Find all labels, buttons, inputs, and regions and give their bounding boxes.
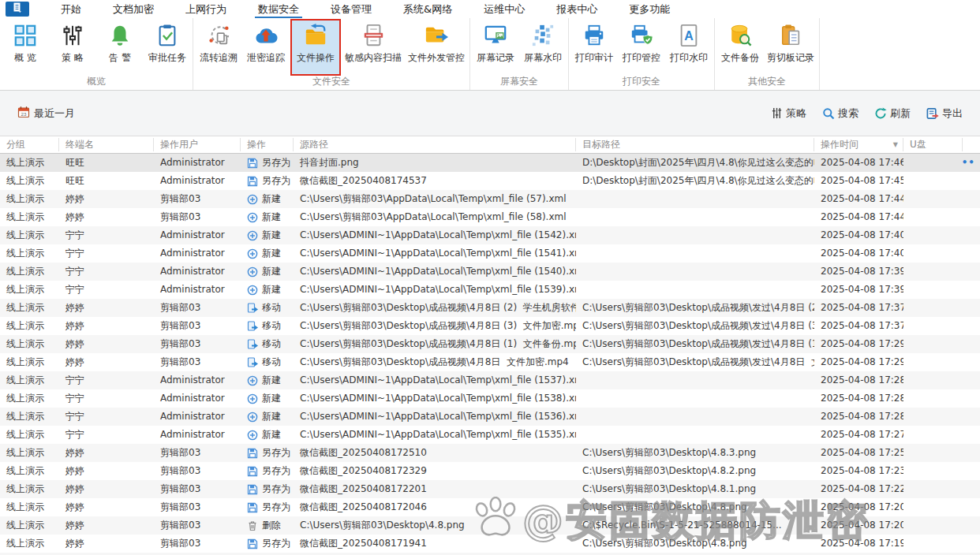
column-header-operation[interactable]: 操作 — [241, 138, 294, 151]
cell-user: Administrator — [154, 371, 241, 389]
cell-terminal: 婷婷 — [59, 208, 154, 226]
ribbon-button-label: 文件外发管控 — [408, 51, 465, 65]
cell-extra: ••• — [963, 154, 980, 172]
cell-time: 2025-04-08 17:45:41 — [814, 172, 903, 190]
table-row[interactable]: 线上演示婷婷剪辑部03另存为微信截图_20250408172329C:\User… — [0, 462, 980, 480]
table-row[interactable]: 线上演示宁宁Administrator新建C:\Users\ADMINI~1\A… — [0, 408, 980, 426]
cell-operation: 另存为 — [241, 154, 294, 172]
table-row[interactable]: 线上演示宁宁Administrator新建C:\Users\ADMINI~1\A… — [0, 389, 980, 408]
cell-target-path — [576, 208, 814, 226]
cell-extra — [963, 408, 980, 426]
file-backup-button[interactable]: 文件备份 — [716, 20, 764, 74]
table-row[interactable]: 线上演示婷婷剪辑部03另存为微信截图_20250408171941C:\User… — [0, 535, 980, 553]
cell-extra — [963, 244, 980, 263]
tab-device-mgmt[interactable]: 设备管理 — [315, 0, 387, 18]
column-header-source[interactable]: 源路径 — [294, 138, 576, 151]
flow-trace-icon — [206, 23, 231, 48]
table-row[interactable]: 线上演示婷婷剪辑部03另存为微信截图_20250408172046C:\User… — [0, 498, 980, 516]
screen-watermark-button[interactable]: 屏幕水印 — [519, 20, 567, 74]
sensitive-scan-button[interactable]: 敏感内容扫描 — [342, 20, 405, 74]
cell-target-path: D:\Desktop\封面\2025年\四月\4.8\你见过这么变态的电脑监..… — [576, 172, 814, 190]
table-row[interactable]: 线上演示婷婷剪辑部03移动C:\Users\剪辑部03\Desktop\成品视频… — [0, 317, 980, 335]
table-row[interactable]: 线上演示婷婷剪辑部03移动C:\Users\剪辑部03\Desktop\成品视频… — [0, 353, 980, 371]
cell-usb — [903, 462, 963, 480]
table-row[interactable]: 线上演示宁宁Administrator新建C:\Users\ADMINI~1\A… — [0, 426, 980, 444]
cell-time: 2025-04-08 17:39:03 — [814, 263, 903, 281]
cell-operation: 新建 — [241, 190, 294, 208]
ribbon-group-4: 文件备份剪切板记录其他安全 — [715, 18, 820, 90]
column-header-user[interactable]: 操作用户 — [154, 138, 241, 151]
approval-icon — [155, 23, 180, 48]
table-row[interactable]: 线上演示宁宁Administrator新建C:\Users\ADMINI~1\A… — [0, 263, 980, 281]
print-control-button[interactable]: 打印管控 — [618, 20, 665, 74]
operation-label: 新建 — [262, 229, 281, 242]
export-button[interactable]: 导出 — [926, 106, 963, 121]
leak-trace-button[interactable]: 泄密追踪 — [242, 20, 290, 74]
chevron-down-icon[interactable]: ▼ — [893, 138, 903, 151]
cell-target-path — [576, 408, 814, 426]
table-row[interactable]: 线上演示宁宁Administrator新建C:\Users\ADMINI~1\A… — [0, 281, 980, 299]
table-row[interactable]: 线上演示旺旺Administrator另存为微信截图_2025040817453… — [0, 172, 980, 190]
column-header-extra[interactable] — [963, 138, 980, 151]
cell-extra — [963, 535, 980, 553]
policy-button[interactable]: 策略 — [771, 106, 806, 121]
tab-data-security[interactable]: 数据安全 — [242, 0, 315, 18]
tab-report-center[interactable]: 报表中心 — [540, 0, 613, 18]
cell-target-path: D:\Desktop\封面\2025年\四月\4.8\你见过这么变态的电脑监..… — [576, 154, 814, 172]
cell-terminal: 宁宁 — [59, 389, 154, 408]
table-row[interactable]: 线上演示婷婷剪辑部03移动C:\Users\剪辑部03\Desktop\成品视频… — [0, 335, 980, 353]
operation-label: 另存为 — [262, 156, 290, 169]
cell-operation: 移动 — [241, 317, 294, 335]
cell-operation: 另存为 — [241, 444, 294, 462]
table-row[interactable]: 线上演示婷婷剪辑部03新建C:\Users\剪辑部03\AppData\Loca… — [0, 190, 980, 208]
column-header-terminal[interactable]: 终端名 — [59, 138, 154, 151]
app-menu-button[interactable] — [6, 2, 29, 17]
screen-record-button[interactable]: 屏幕记录 — [472, 20, 519, 74]
operation-label: 移动 — [262, 301, 281, 315]
cell-extra — [963, 426, 980, 444]
tab-more-features[interactable]: 更多功能 — [613, 0, 686, 18]
cell-group: 线上演示 — [0, 498, 59, 516]
column-header-time[interactable]: 操作时间▼ — [814, 138, 903, 151]
row-more-actions-icon[interactable]: ••• — [963, 154, 975, 172]
cell-usb — [903, 516, 963, 535]
cell-terminal: 宁宁 — [59, 408, 154, 426]
search-button[interactable]: 搜索 — [822, 106, 858, 121]
cell-user: 剪辑部03 — [154, 516, 241, 535]
print-watermark-button[interactable]: A打印水印 — [665, 20, 713, 74]
tab-web-behavior[interactable]: 上网行为 — [170, 0, 242, 18]
cell-source-path: C:\Users\剪辑部03\Desktop\成品视频\4月8日 文件加密.mp… — [294, 353, 576, 371]
approval-tasks-button[interactable]: 审批任务 — [144, 20, 191, 74]
date-range-filter[interactable]: 23 最近一月 — [17, 106, 75, 121]
table-row[interactable]: 线上演示婷婷剪辑部03删除C:\Users\剪辑部03\Desktop\4.8.… — [0, 516, 980, 535]
table-row[interactable]: 线上演示宁宁Administrator新建C:\Users\ADMINI~1\A… — [0, 226, 980, 244]
print-audit-button[interactable]: 打印审计 — [570, 20, 618, 74]
alert-button[interactable]: 告 警 — [96, 20, 144, 74]
column-header-group[interactable]: 分组 — [0, 138, 59, 151]
table-row[interactable]: 线上演示婷婷剪辑部03另存为微信截图_20250408172201C:\User… — [0, 480, 980, 498]
tab-doc-encrypt[interactable]: 文档加密 — [97, 0, 170, 18]
clipboard-record-button[interactable]: 剪切板记录 — [764, 20, 817, 74]
file-outgoing-control-button[interactable]: 文件外发管控 — [405, 20, 468, 74]
table-row[interactable]: 线上演示婷婷剪辑部03另存为微信截图_20250408172510C:\User… — [0, 444, 980, 462]
column-header-label: 源路径 — [300, 138, 328, 151]
overview-button[interactable]: 概 览 — [2, 20, 49, 74]
tab-ops-center[interactable]: 运维中心 — [468, 0, 540, 18]
column-header-target[interactable]: 目标路径 — [576, 138, 814, 151]
cell-source-path: C:\Users\剪辑部03\Desktop\成品视频\4月8日 (3) 文件加… — [294, 317, 576, 335]
refresh-button[interactable]: 刷新 — [874, 106, 911, 121]
column-header-usb[interactable]: U盘 — [903, 138, 963, 151]
flow-trace-button[interactable]: 流转追溯 — [195, 20, 242, 74]
table-row[interactable]: 线上演示旺旺Administrator另存为抖音封面.pngD:\Desktop… — [0, 154, 980, 172]
cell-terminal: 宁宁 — [59, 244, 154, 263]
table-row[interactable]: 线上演示宁宁Administrator新建C:\Users\ADMINI~1\A… — [0, 371, 980, 389]
table-row[interactable]: 线上演示婷婷剪辑部03移动C:\Users\剪辑部03\Desktop\成品视频… — [0, 299, 980, 317]
new-icon — [247, 212, 258, 223]
table-row[interactable]: 线上演示宁宁Administrator新建C:\Users\ADMINI~1\A… — [0, 244, 980, 263]
policy-button[interactable]: 策 略 — [49, 20, 96, 74]
cell-time: 2025-04-08 17:23:32 — [814, 462, 903, 480]
file-operations-button[interactable]: 文件操作 — [292, 20, 339, 74]
tab-start[interactable]: 开始 — [45, 0, 97, 18]
tab-system-network[interactable]: 系统&网络 — [387, 0, 468, 18]
table-row[interactable]: 线上演示婷婷剪辑部03新建C:\Users\剪辑部03\AppData\Loca… — [0, 208, 980, 226]
